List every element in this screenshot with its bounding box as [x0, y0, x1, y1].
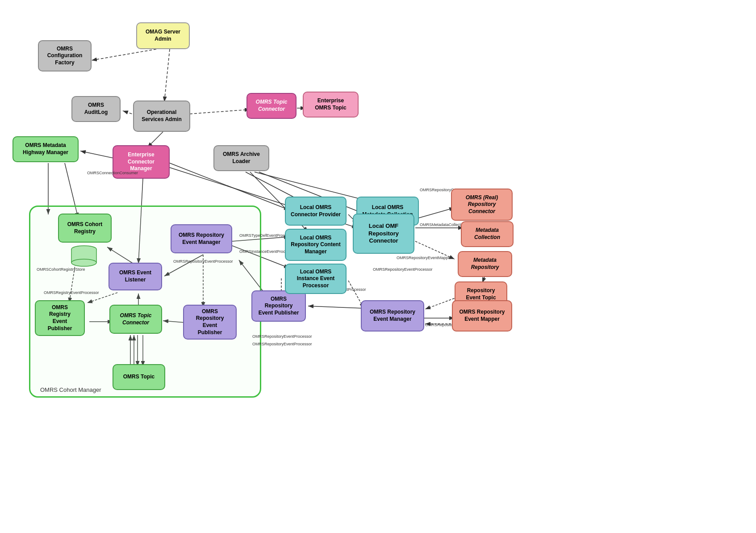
svg-line-32 — [415, 208, 455, 219]
metadata-collection-label: MetadataCollection — [474, 227, 500, 241]
omrs-real-repository-connector-node: OMRS (Real)RepositoryConnector — [451, 189, 513, 221]
omrs-cohort-registry-store-label: OMRSCohortRegistryStore — [37, 267, 85, 272]
omrs-repository-event-mapper-label: OMRS RepositoryEvent Mapper — [459, 309, 505, 323]
local-omf-repository-connector-label: Local OMFRepositoryConnector — [368, 222, 399, 245]
local-omrs-repo-content-manager-label: Local OMRSRepository ContentManager — [291, 235, 340, 256]
omrs-repository-event-processor-label-right: OMRSRepositoryEventProcessor — [373, 267, 433, 272]
local-omrs-instance-event-processor-label: Local OMRSInstance EventProcessor — [297, 269, 335, 290]
omrs-repository-event-mapper-node: OMRS RepositoryEvent Mapper — [452, 300, 512, 332]
omrs-topic-node: OMRS Topic — [113, 364, 165, 390]
repository-event-topic-label: RepositoryEvent Topic — [466, 287, 496, 301]
omrs-archive-loader-node: OMRS ArchiveLoader — [213, 145, 269, 171]
omag-server-admin-node: OMAG Server Admin — [136, 22, 190, 49]
omrs-repo-event-publisher-small-label: OMRSRepositoryEvent Publisher — [259, 296, 299, 317]
omrs-cohort-registry-store-cylinder — [71, 245, 97, 269]
enterprise-connector-manager-label: EnterpriseConnectorManager — [128, 151, 155, 172]
svg-line-15 — [255, 172, 365, 200]
omrs-auditlog-label: OMRSAuditLog — [84, 102, 108, 116]
metadata-repository-label: MetadataRepository — [471, 257, 499, 271]
omrs-repository-event-mapper-label-top: OMRSRepositoryEventMapper — [397, 256, 452, 260]
omrs-auditlog-node: OMRSAuditLog — [71, 96, 121, 122]
omrs-repository-event-publisher-left-node: OMRSRepositoryEventPublisher — [183, 305, 237, 340]
omrs-topic-connector-top-label: OMRS TopicConnector — [256, 99, 288, 113]
enterprise-omrs-topic-node: EnterpriseOMRS Topic — [303, 92, 359, 118]
omrs-event-listener-label: OMRS EventListener — [119, 269, 151, 283]
omrs-repository-event-manager-left-node: OMRS RepositoryEvent Manager — [171, 224, 232, 253]
cohort-manager-label: OMRS Cohort Manager — [40, 386, 101, 393]
omrs-topic-connector-bottom-node: OMRS TopicConnector — [109, 305, 162, 334]
omrs-repository-event-processor-label-1: OMRSRepositoryEventProcessor — [173, 259, 233, 264]
enterprise-omrs-topic-label: EnterpriseOMRS Topic — [315, 97, 346, 111]
omrs-repo-event-publisher-small-node: OMRSRepositoryEvent Publisher — [251, 290, 306, 322]
local-omrs-connector-provider-node: Local OMRSConnector Provider — [285, 197, 347, 226]
metadata-collection-node: MetadataCollection — [461, 221, 514, 247]
local-omf-repository-connector-node: Local OMFRepositoryConnector — [353, 214, 414, 254]
svg-line-1 — [92, 49, 156, 60]
diagram-container: OMRS Cohort Manager OMAG Server Admin OM… — [0, 0, 756, 533]
omrs-config-factory-label: OMRSConfigurationFactory — [47, 46, 83, 67]
local-omrs-repo-content-manager-node: Local OMRSRepository ContentManager — [285, 229, 347, 261]
local-omrs-connector-provider-label: Local OMRSConnector Provider — [291, 204, 341, 218]
metadata-repository-node: MetadataRepository — [458, 251, 512, 277]
omrs-repository-event-manager-right-node: OMRS RepositoryEvent Manager — [361, 300, 424, 332]
omrs-archive-loader-label: OMRS ArchiveLoader — [223, 151, 260, 165]
omrs-metadata-highway-label: OMRS MetadataHighway Manager — [23, 142, 68, 156]
omrs-repository-event-processor-label-bottom-1: OMRSRepositoryEventProcessor — [252, 334, 312, 339]
omrs-topic-label: OMRS Topic — [123, 374, 155, 381]
omrs-connection-consumer-label: OMRSConnectionConsumer — [87, 171, 138, 175]
omrs-registry-event-publisher-node: OMRSRegistryEventPublisher — [35, 300, 85, 336]
omrs-repository-event-publisher-left-label: OMRSRepositoryEventPublisher — [196, 308, 224, 336]
omrs-event-listener-node: OMRS EventListener — [109, 263, 162, 290]
svg-line-38 — [308, 306, 364, 308]
local-omrs-instance-event-processor-node: Local OMRSInstance EventProcessor — [285, 264, 347, 294]
omrs-repository-event-processor-label-bottom-2: OMRSRepositoryEventProcessor — [252, 342, 312, 346]
omrs-config-factory-node: OMRSConfigurationFactory — [38, 40, 92, 71]
omrs-cohort-registry-node: OMRS CohortRegistry — [58, 214, 112, 243]
svg-line-2 — [164, 49, 170, 102]
operational-services-admin-node: OperationalServices Admin — [133, 101, 190, 132]
svg-line-5 — [190, 109, 250, 114]
omrs-real-repository-connector-label: OMRS (Real)RepositoryConnector — [466, 194, 498, 215]
operational-services-admin-label: OperationalServices Admin — [142, 109, 182, 123]
omrs-registry-event-publisher-label: OMRSRegistryEventPublisher — [48, 304, 72, 332]
svg-line-7 — [80, 151, 116, 159]
omrs-topic-connector-bottom-label: OMRS TopicConnector — [120, 312, 152, 326]
omrs-repository-event-manager-right-label: OMRS RepositoryEvent Manager — [370, 309, 415, 323]
omrs-metadata-collection-label: OMRSMetadataCollection — [420, 222, 466, 227]
omag-server-admin-label: OMAG Server Admin — [141, 29, 185, 42]
omrs-cohort-registry-label: OMRS CohortRegistry — [67, 221, 103, 235]
omrs-topic-connector-top-node: OMRS TopicConnector — [246, 93, 297, 119]
omrs-repository-event-manager-left-label: OMRS RepositoryEvent Manager — [179, 232, 224, 246]
svg-point-47 — [71, 259, 96, 266]
omrs-registry-event-processor-label-1: OMRSRegistryEventProcessor — [44, 290, 99, 295]
omrs-metadata-highway-node: OMRS MetadataHighway Manager — [13, 136, 79, 162]
